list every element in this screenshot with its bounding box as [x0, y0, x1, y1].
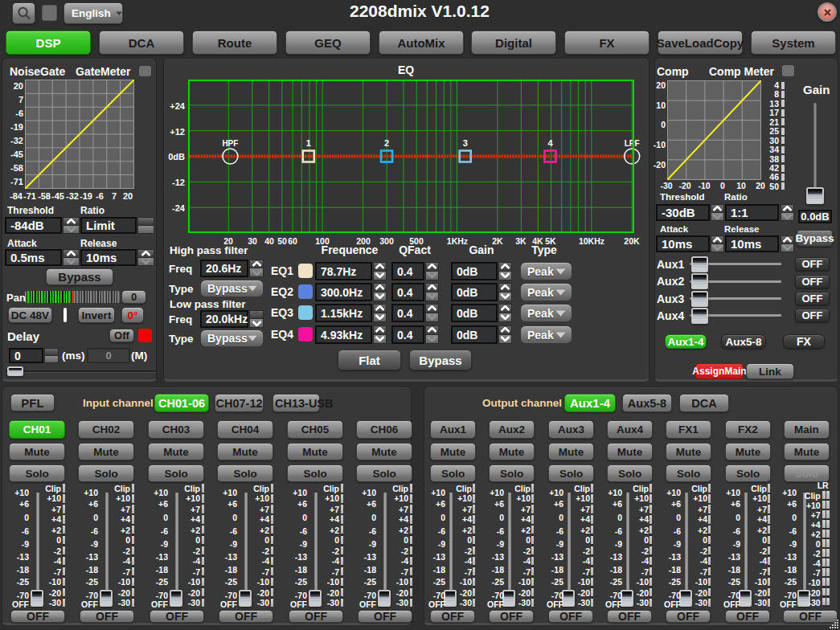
svg-text:2: 2	[384, 138, 389, 148]
svg-text:4: 4	[547, 138, 553, 148]
svg-text:1: 1	[306, 138, 311, 148]
svg-text:HPF: HPF	[222, 139, 238, 148]
svg-text:3: 3	[463, 138, 468, 148]
